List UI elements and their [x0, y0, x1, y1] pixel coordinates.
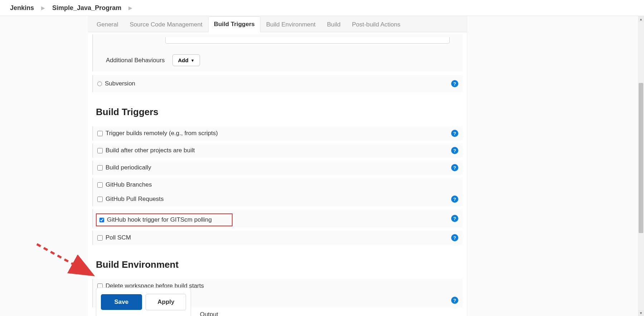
trigger-github-hook-row: GitHub hook trigger for GITScm polling ? [92, 209, 463, 228]
trigger-remote-row: Trigger builds remotely (e.g., from scri… [92, 126, 463, 140]
svg-line-0 [37, 244, 91, 274]
scroll-up-icon[interactable]: ▲ [638, 16, 644, 22]
config-panel: General Source Code Management Build Tri… [88, 16, 467, 316]
trigger-remote-checkbox[interactable] [97, 131, 103, 136]
trigger-poll-scm-checkbox[interactable] [97, 235, 103, 241]
trigger-poll-scm-row: Poll SCM ? [92, 231, 463, 245]
help-icon[interactable]: ? [451, 196, 458, 203]
trigger-github-hook-checkbox[interactable] [99, 218, 104, 222]
help-icon[interactable]: ? [451, 297, 458, 304]
trigger-github-hook-label: GitHub hook trigger for GITScm polling [107, 216, 212, 223]
tab-general[interactable]: General [91, 16, 124, 32]
trigger-github-branches-row: GitHub Branches [92, 178, 463, 192]
add-button-label: Add [178, 57, 188, 63]
trigger-github-branches-label: GitHub Branches [106, 181, 152, 188]
help-icon[interactable]: ? [451, 130, 458, 137]
scroll-down-icon[interactable]: ▼ [638, 310, 644, 316]
highlight-annotation: GitHub hook trigger for GITScm polling [96, 213, 233, 226]
additional-behaviours-label: Additional Behaviours [106, 57, 165, 64]
trigger-after-projects-row: Build after other projects are built ? [92, 143, 463, 158]
help-icon[interactable]: ? [451, 80, 458, 87]
help-icon[interactable]: ? [451, 164, 458, 171]
apply-button[interactable]: Apply [146, 294, 186, 310]
help-icon[interactable]: ? [451, 215, 458, 222]
tab-build-environment[interactable]: Build Environment [260, 16, 321, 32]
breadcrumb: Jenkins ▶ Simple_Java_Program ▶ [0, 0, 644, 16]
scroll-thumb[interactable] [639, 83, 643, 233]
panel-body: Additional Behaviours Add ▼ Subversion ?… [88, 32, 467, 316]
chevron-right-icon: ▶ [41, 5, 45, 11]
scroll-track[interactable] [638, 22, 644, 310]
save-apply-bar: Save Apply [96, 287, 191, 316]
add-behaviour-button[interactable]: Add ▼ [172, 54, 200, 66]
trigger-github-branches-checkbox[interactable] [97, 182, 103, 188]
scm-git-section-tail: Additional Behaviours Add ▼ [92, 34, 463, 71]
tab-source-code-management[interactable]: Source Code Management [124, 16, 208, 32]
trigger-after-projects-label: Build after other projects are built [106, 147, 195, 154]
trigger-remote-label: Trigger builds remotely (e.g., from scri… [106, 130, 218, 137]
tab-build[interactable]: Build [321, 16, 346, 32]
trigger-github-prs-checkbox[interactable] [97, 197, 103, 202]
trigger-poll-scm-label: Poll SCM [106, 234, 131, 241]
build-triggers-heading: Build Triggers [96, 107, 463, 118]
subversion-label: Subversion [105, 80, 135, 87]
trigger-periodically-row: Build periodically ? [92, 161, 463, 175]
scrollbar[interactable]: ▲ ▼ [638, 16, 644, 316]
build-environment-heading: Build Environment [96, 259, 463, 270]
breadcrumb-root-link[interactable]: Jenkins [10, 4, 34, 12]
subversion-radio[interactable] [97, 82, 102, 86]
trigger-periodically-label: Build periodically [106, 164, 151, 171]
help-icon[interactable]: ? [451, 147, 458, 154]
page-body: General Source Code Management Build Tri… [0, 16, 644, 316]
branch-specifier-input-cut[interactable] [165, 37, 450, 44]
chevron-right-icon: ▶ [128, 5, 132, 11]
breadcrumb-job-link[interactable]: Simple_Java_Program [52, 4, 121, 12]
trigger-github-prs-label: GitHub Pull Requests [106, 196, 164, 203]
config-tabs: General Source Code Management Build Tri… [88, 16, 467, 32]
trigger-github-prs-row: GitHub Pull Requests ? [92, 192, 463, 206]
save-button[interactable]: Save [101, 294, 142, 310]
scm-subversion-row: Subversion ? [92, 75, 463, 92]
tab-build-triggers[interactable]: Build Triggers [208, 16, 260, 32]
help-icon[interactable]: ? [451, 234, 458, 241]
caret-down-icon: ▼ [191, 58, 195, 63]
tab-post-build-actions[interactable]: Post-build Actions [346, 16, 406, 32]
trigger-periodically-checkbox[interactable] [97, 165, 103, 171]
trigger-after-projects-checkbox[interactable] [97, 148, 103, 153]
